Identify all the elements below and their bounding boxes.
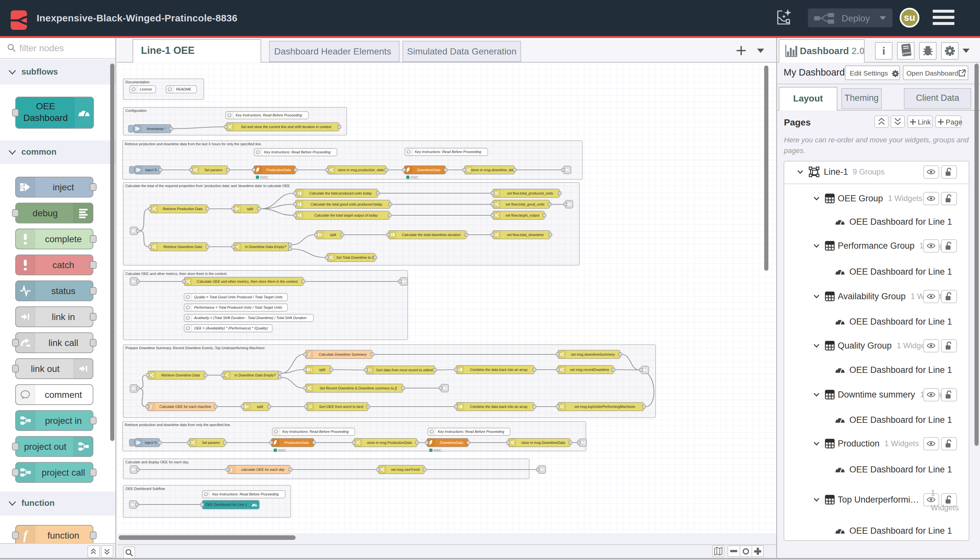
- svg-text:Production: Production: [838, 439, 879, 448]
- svg-text:RWC: RWC: [411, 175, 419, 179]
- svg-text:Availability Group: Availability Group: [838, 291, 906, 301]
- svg-text:Performance Group: Performance Group: [838, 241, 914, 251]
- svg-text:set msg.downtimeSummery: set msg.downtimeSummery: [571, 352, 615, 356]
- svg-text:Calculate the total target out: Calculate the total target output of tod…: [314, 213, 378, 217]
- svg-text:1 Widgets: 1 Widgets: [884, 439, 919, 448]
- svg-text:Key Instructions: Read Before: Key Instructions: Read Before Proceeding: [438, 430, 505, 433]
- svg-text:README: README: [176, 87, 191, 91]
- svg-text:Combine the data back into an: Combine the data back into an array.: [470, 405, 528, 408]
- svg-text:Set Recent Downtime & Downtime: Set Recent Downtime & Downtime summery t…: [320, 386, 397, 390]
- svg-text:inject ↻: inject ↻: [145, 441, 157, 445]
- svg-text:Key Instructions: Read Before: Key Instructions: Read Before Proceeding: [264, 150, 331, 154]
- svg-text:OEE Dashboard for Line 1: OEE Dashboard for Line 1: [850, 217, 952, 227]
- svg-text:Quality = Total Good Units Pro: Quality = Total Good Units Produced / To…: [194, 295, 283, 299]
- svg-text:store in msg.ProductionData: store in msg.ProductionData: [367, 441, 412, 445]
- svg-text:split: split: [257, 405, 263, 408]
- svg-text:set flow.total_good_units: set flow.total_good_units: [506, 202, 545, 206]
- svg-text:link out: link out: [31, 364, 59, 374]
- svg-text:Calculate and display OEE for: Calculate and display OEE for each day.: [125, 460, 189, 464]
- svg-text:store in msg.downtime_data: store in msg.downtime_data: [471, 168, 516, 172]
- svg-text:OEE Dashboard Subflow: OEE Dashboard Subflow: [125, 487, 165, 491]
- svg-text:Retrieve Downtime Data: Retrieve Downtime Data: [163, 245, 202, 249]
- svg-text:OEE Dashboard for Line 1: OEE Dashboard for Line 1: [850, 526, 952, 536]
- svg-text:set flow.total_produced_units: set flow.total_produced_units: [507, 191, 553, 195]
- svg-text:1 Widgets: 1 Widgets: [888, 194, 923, 203]
- svg-text:store in msg.production_data: store in msg.production_data: [338, 168, 384, 172]
- svg-text:comment: comment: [45, 390, 82, 400]
- svg-text:Is Downtime Data Empty?: Is Downtime Data Empty?: [245, 245, 287, 249]
- svg-text:Calculate Downtime Summery: Calculate Downtime Summery: [319, 352, 367, 356]
- svg-text:set flow.target_output: set flow.target_output: [506, 213, 539, 217]
- svg-text:calculate OEE for each day: calculate OEE for each day: [241, 468, 285, 471]
- svg-text:OEE Dashboard for Line 1: OEE Dashboard for Line 1: [850, 267, 952, 276]
- svg-text:Configuration: Configuration: [125, 109, 147, 112]
- svg-text:project call: project call: [42, 468, 85, 478]
- svg-text:set msg.recentDowntime: set msg.recentDowntime: [570, 368, 609, 372]
- svg-text:Calculate the total of the req: Calculate the total of the required prop…: [125, 184, 290, 188]
- svg-text:DowntimeData: DowntimeData: [417, 168, 441, 172]
- svg-text:OEE = (Availability) * (Perfor: OEE = (Availability) * (Performance) * (…: [194, 326, 268, 330]
- svg-text:set msg.topUnderPerformingMach: set msg.topUnderPerformingMachines: [574, 405, 635, 408]
- svg-text:Set and store the current line: Set and store the current line and shift…: [241, 125, 332, 129]
- svg-text:OEE Dashboard for Line 1: OEE Dashboard for Line 1: [205, 503, 247, 506]
- svg-text:debug: debug: [33, 208, 58, 218]
- svg-text:function: function: [47, 531, 79, 541]
- svg-text:Retrieve production and downti: Retrieve production and downtime data fr…: [125, 423, 231, 427]
- svg-text:Calculate the total downtime d: Calculate the total downtime duration: [402, 233, 460, 237]
- svg-text:catch: catch: [53, 260, 74, 270]
- svg-text:link call: link call: [49, 338, 78, 348]
- svg-text:License: License: [140, 87, 152, 91]
- svg-text:Sort OEE from worst to best: Sort OEE from worst to best: [319, 405, 364, 408]
- svg-text:Sort data from most recent to: Sort data from most recent to oldest: [376, 368, 433, 372]
- svg-text:Top Underperformi…: Top Underperformi…: [838, 495, 919, 504]
- svg-text:project out: project out: [24, 442, 66, 452]
- svg-text:Calculate OEE and other metric: Calculate OEE and other metrics, then st…: [197, 280, 299, 283]
- svg-text:Retrieve Downtime Data: Retrieve Downtime Data: [161, 373, 200, 377]
- svg-text:Key Instructions: Read Before: Key Instructions: Read Before Proceeding: [212, 492, 279, 496]
- svg-text:Widgets: Widgets: [931, 503, 959, 512]
- svg-text:project in: project in: [45, 416, 82, 426]
- svg-text:Prepare Downtime Summary, Rece: Prepare Downtime Summary, Recent Downtim…: [125, 346, 265, 350]
- svg-text:Retrieve production and downti: Retrieve production and downtime data fr…: [125, 142, 262, 146]
- svg-text:1: 1: [931, 488, 935, 497]
- svg-text:Calculate OEE for each machine: Calculate OEE for each machine: [160, 405, 211, 408]
- svg-text:status: status: [51, 286, 76, 296]
- svg-text:OEE: OEE: [36, 101, 55, 111]
- svg-text:Downtime summery: Downtime summery: [838, 390, 915, 399]
- svg-text:ProductionData: ProductionData: [284, 441, 309, 445]
- svg-text:Retrieve Production Data: Retrieve Production Data: [163, 207, 203, 211]
- svg-text:i: i: [882, 45, 885, 57]
- svg-text:Key Instructions: Read Before: Key Instructions: Read Before Proceeding: [415, 150, 482, 154]
- svg-text:split: split: [247, 207, 253, 211]
- svg-text:link in: link in: [52, 312, 75, 322]
- svg-text:Is Downtime Data Empty?: Is Downtime Data Empty?: [234, 373, 276, 377]
- svg-text:store in msg.DowntimeData: store in msg.DowntimeData: [521, 441, 565, 445]
- svg-text:set msg.oeeTrend: set msg.oeeTrend: [391, 468, 419, 471]
- svg-text:RWC: RWC: [434, 448, 442, 452]
- svg-text:OEE Dashboard for Line 1: OEE Dashboard for Line 1: [850, 317, 952, 326]
- svg-text:OEE Group: OEE Group: [838, 194, 883, 203]
- svg-text:set flow.total_downtime: set flow.total_downtime: [507, 233, 544, 237]
- svg-text:Quality Group: Quality Group: [838, 341, 892, 351]
- svg-text:Combine the data back into an: Combine the data back into an array.: [470, 368, 528, 372]
- svg-text:ProductionData: ProductionData: [266, 168, 291, 172]
- svg-text:Set Total Downtime to 0: Set Total Downtime to 0: [336, 256, 374, 260]
- svg-text:OEE Dashboard for Line 1: OEE Dashboard for Line 1: [850, 365, 952, 375]
- svg-text:split: split: [330, 233, 337, 237]
- svg-text:Documentation: Documentation: [125, 80, 149, 84]
- svg-text:split: split: [319, 368, 325, 372]
- svg-text:Calculate the total good units: Calculate the total good units produced …: [310, 202, 383, 206]
- svg-text:RWC: RWC: [260, 175, 268, 179]
- svg-text:9 Groups: 9 Groups: [853, 167, 885, 176]
- svg-text:OEE Dashboard for Line 1: OEE Dashboard for Line 1: [850, 415, 952, 425]
- svg-text:DowntimeData: DowntimeData: [440, 441, 463, 445]
- svg-text:timestamp ¹: timestamp ¹: [147, 127, 166, 131]
- svg-text:Key Instructions: Read Before: Key Instructions: Read Before Proceeding: [236, 113, 302, 117]
- svg-text:Set params: Set params: [204, 168, 223, 172]
- svg-text:inject: inject: [53, 182, 74, 192]
- svg-text:Set params: Set params: [201, 441, 220, 445]
- svg-text:complete: complete: [45, 234, 82, 244]
- svg-text:inject ↻: inject ↻: [145, 168, 157, 172]
- svg-text:OEE Dashboard for Line 1: OEE Dashboard for Line 1: [850, 465, 952, 475]
- svg-text:Availavity = (Total Shift Dura: Availavity = (Total Shift Duration - Tot…: [194, 316, 307, 320]
